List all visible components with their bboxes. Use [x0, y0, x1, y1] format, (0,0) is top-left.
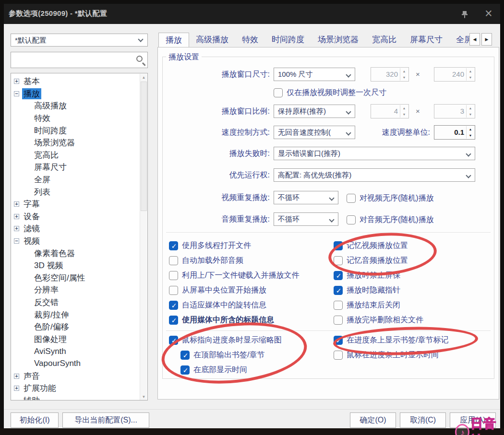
tree-item-label[interactable]: 播放	[22, 88, 41, 99]
tab[interactable]: 播放	[158, 33, 189, 47]
checkbox[interactable]	[180, 351, 190, 360]
tree-item[interactable]: − 播放	[14, 88, 140, 100]
tree-expander-icon[interactable]: +	[14, 201, 19, 207]
tree-expander-icon[interactable]: +	[14, 386, 19, 391]
checkbox[interactable]	[334, 316, 343, 325]
pin-icon[interactable]	[459, 9, 470, 20]
checkbox[interactable]	[334, 271, 343, 280]
tree-item[interactable]: + 设备	[14, 211, 140, 223]
tree-item-label[interactable]: 字幕	[22, 199, 41, 210]
tab[interactable]: 全屏	[449, 33, 469, 47]
checkbox[interactable]	[169, 286, 178, 295]
checkbox[interactable]	[334, 336, 343, 345]
tree-expander-icon[interactable]: +	[14, 374, 19, 379]
tab-scroll-left-icon[interactable]: ◀	[469, 33, 480, 46]
window-size-select[interactable]: 100% 尺寸	[274, 68, 355, 81]
tree-item-label[interactable]: VapourSynth	[33, 359, 82, 368]
tree-item[interactable]: + 字幕	[14, 198, 140, 211]
tree-item-label[interactable]: 辅助	[22, 395, 41, 400]
checkbox-option[interactable]: 在进度条上显示书签/章节标记	[334, 333, 448, 348]
tree-scrollbar[interactable]: ▲ ▼	[140, 74, 147, 400]
checkbox[interactable]	[169, 256, 178, 265]
spinner-arrows[interactable]: ▲▼	[400, 105, 408, 118]
checkbox-option[interactable]: 鼠标在进度条上时显示时间	[334, 348, 448, 363]
tab-scroll-right-icon[interactable]: ▶	[481, 33, 492, 46]
audio-repeat-select[interactable]: 不循环	[274, 212, 338, 226]
tree-item-label[interactable]: 场景浏览器	[33, 137, 76, 148]
spinner-arrows[interactable]: ▲▼	[466, 126, 474, 139]
play-fail-select[interactable]: 显示错误窗口(推荐)	[274, 147, 475, 160]
checkbox[interactable]	[169, 316, 178, 325]
tree-expander-icon[interactable]: +	[14, 79, 19, 84]
tree-item-label[interactable]: 屏幕尺寸	[33, 162, 68, 173]
tree-item[interactable]: 3D 视频	[14, 259, 140, 272]
tree-item[interactable]: AviSynth	[14, 345, 140, 358]
height-spinner[interactable]: 240 ▲▼	[434, 67, 475, 82]
checkbox[interactable]	[169, 241, 178, 250]
tree-item-label[interactable]: 反交错	[33, 297, 60, 308]
tree-expander-icon[interactable]: −	[14, 238, 19, 244]
tree-item[interactable]: 全屏	[14, 174, 140, 186]
tree-item-label[interactable]: 滤镜	[22, 223, 41, 234]
tab[interactable]: 宽高比	[365, 33, 403, 47]
scrollbar-thumb[interactable]	[141, 82, 147, 211]
tree-item[interactable]: − 视频	[14, 235, 140, 247]
ratio-h-spinner[interactable]: 3 ▲▼	[434, 104, 475, 118]
window-ratio-select[interactable]: 保持原样(推荐)	[274, 105, 355, 118]
checkbox-option[interactable]: 在顶部输出书签/章节	[169, 348, 282, 363]
checkbox[interactable]	[334, 351, 343, 360]
ratio-w-spinner[interactable]: 4 ▲▼	[371, 104, 409, 118]
checkbox-option[interactable]: 利用上/下一文件键载入并播放文件	[169, 268, 299, 283]
checkbox-option[interactable]: 从屏幕中央位置开始播放	[169, 283, 299, 298]
checkbox-option[interactable]: 鼠标指向进度条时显示缩略图	[169, 333, 282, 348]
tree-item[interactable]: 屏幕尺寸	[14, 161, 140, 174]
scroll-up-icon[interactable]: ▲	[140, 74, 147, 81]
tree-item[interactable]: 分辨率	[14, 284, 140, 296]
tree-item-label[interactable]: 色阶/偏移	[33, 321, 71, 332]
audio-shuffle-option[interactable]: 对音频无序(随机)播放	[347, 212, 434, 227]
tree-item[interactable]: 场景浏览器	[14, 137, 140, 149]
checkbox[interactable]	[347, 215, 356, 224]
checkbox-option[interactable]: 自适应媒体中的旋转信息	[169, 298, 299, 313]
checkbox[interactable]	[334, 256, 343, 265]
tree-item-label[interactable]: 全屏	[33, 174, 52, 185]
tree-item[interactable]: 时间跨度	[14, 124, 140, 137]
tab[interactable]: 屏幕尺寸	[403, 33, 449, 47]
tree-item-label[interactable]: 声音	[22, 371, 41, 382]
tree-item[interactable]: 高级播放	[14, 100, 140, 112]
tree-expander-icon[interactable]: −	[14, 91, 19, 96]
checkbox-option[interactable]: 播放时隐藏指针	[334, 283, 423, 298]
scroll-down-icon[interactable]: ▼	[140, 393, 147, 400]
tree-item[interactable]: 列表	[14, 186, 140, 198]
tree-item-label[interactable]: AviSynth	[33, 347, 68, 356]
width-spinner[interactable]: 320 ▲▼	[371, 67, 409, 82]
checkbox-option[interactable]: 记忆音频播放位置	[334, 253, 423, 268]
checkbox[interactable]	[334, 286, 343, 295]
init-button[interactable]: 初始化(I)	[11, 412, 59, 428]
tree-item-label[interactable]: 设备	[22, 211, 41, 222]
tree-item-label[interactable]: 宽高比	[33, 150, 60, 161]
tree-item-label[interactable]: 像素着色器	[33, 248, 76, 259]
priority-select[interactable]: 高配置: 高优先级(推荐)	[274, 168, 475, 182]
checkbox[interactable]	[274, 88, 283, 97]
tree-item[interactable]: 图像处理	[14, 333, 140, 345]
tree-item[interactable]: 色彩空间/属性	[14, 272, 140, 284]
tree-item[interactable]: 色阶/偏移	[14, 321, 140, 333]
video-shuffle-option[interactable]: 对视频无序(随机)播放	[347, 191, 434, 205]
checkbox[interactable]	[334, 301, 343, 310]
checkbox[interactable]	[180, 365, 190, 375]
tree-item[interactable]: 像素着色器	[14, 247, 140, 259]
tree-item-label[interactable]: 分辨率	[33, 284, 60, 295]
tree-item[interactable]: 反交错	[14, 296, 140, 309]
resize-once-option[interactable]: 仅在播放视频时调整一次尺寸	[274, 85, 386, 100]
close-icon[interactable]: ×	[480, 5, 497, 22]
checkbox-option[interactable]: 在底部显示时间	[169, 363, 282, 377]
checkbox-option[interactable]: 播放完毕删除相关文件	[334, 313, 423, 328]
tree-expander-icon[interactable]: +	[14, 214, 19, 219]
checkbox-option[interactable]: 记忆视频播放位置	[334, 238, 423, 253]
tree-item[interactable]: + 扩展功能	[14, 382, 140, 395]
tree-item-label[interactable]: 列表	[33, 187, 52, 198]
tab[interactable]: 特效	[235, 33, 265, 47]
checkbox[interactable]	[347, 194, 356, 203]
profile-select[interactable]: *默认配置	[11, 34, 148, 47]
